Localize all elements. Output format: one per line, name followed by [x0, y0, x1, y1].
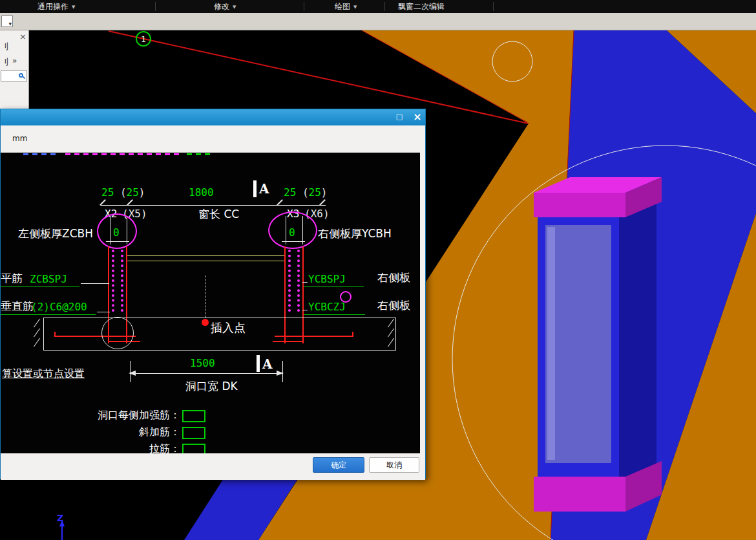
dim-left: 25 (25) — [101, 187, 145, 199]
opening-label: 洞口宽 DK — [185, 380, 238, 393]
leader-line — [97, 312, 110, 312]
form-input-diagonal[interactable] — [182, 427, 205, 439]
maximize-icon[interactable]: □ — [394, 112, 404, 122]
link-underline — [304, 314, 365, 315]
menu-label: 修改 — [214, 2, 229, 11]
highlight-ellipse-right — [268, 211, 317, 249]
insertion-point-label: 插入点 — [209, 321, 247, 334]
rebar-dots — [112, 250, 114, 312]
rebar-dots — [297, 250, 300, 312]
dialog-header-strip: mm — [1, 125, 425, 153]
chevron-down-icon: ▼ — [233, 5, 236, 10]
menu-separator — [493, 2, 494, 11]
lintel-line — [127, 255, 284, 256]
window-glass — [545, 225, 611, 463]
section-marker-bar — [253, 180, 257, 197]
span-label: 窗长 CC — [198, 208, 239, 221]
clipped-label: 刂 — [1, 41, 9, 52]
panel-close-icon[interactable]: × — [19, 32, 26, 41]
dialog-titlebar[interactable]: □ × — [1, 109, 425, 125]
link-underline — [1, 286, 79, 287]
form-label-diagonal: 斜加筋： — [1, 426, 180, 438]
menu-item-general[interactable]: 通用操作▼ — [37, 0, 75, 13]
left-rebar1-code[interactable]: ZCBSPJ — [30, 274, 67, 285]
chevron-down-icon: ▼ — [72, 5, 75, 10]
section-marker-a-bottom: A — [262, 356, 273, 372]
right-rebar1-label: 右侧板 — [377, 272, 410, 284]
chevron-expand-icon[interactable]: » — [12, 56, 17, 65]
menu-bar: 通用操作▼ 修改▼ 绘图▼ 飘窗二次编辑 — [0, 0, 756, 13]
left-thickness-label: 左侧板厚ZCBH — [18, 228, 93, 240]
slab-rebar-hook — [352, 332, 353, 337]
menu-item-baywindow-edit[interactable]: 飘窗二次编辑 — [398, 0, 445, 13]
insertion-point-icon[interactable] — [202, 319, 209, 326]
chevron-down-icon: ▼ — [353, 5, 357, 10]
clipped-text-remnant — [65, 153, 182, 155]
dialog-button-strip: 确定 取消 — [1, 453, 425, 480]
slab-bottom-line — [43, 350, 396, 351]
clipped-text-remnant — [23, 153, 59, 155]
right-wall-section — [284, 246, 304, 343]
dim-span: 1800 — [189, 187, 214, 199]
link-underline — [304, 286, 364, 287]
bottom-slab-front-face — [534, 477, 625, 512]
menu-label: 飘窗二次编辑 — [398, 2, 445, 11]
menu-label: 通用操作 — [37, 2, 68, 11]
form-input-tie[interactable] — [182, 444, 205, 453]
form-input-reinforce[interactable] — [182, 410, 205, 422]
node-settings-link[interactable]: 算设置或节点设置 — [2, 368, 85, 380]
section-marker-a-top: A — [259, 181, 269, 197]
dimension-line — [130, 373, 282, 374]
top-slab-front-face — [534, 193, 625, 217]
window-side-face — [619, 198, 656, 493]
close-icon[interactable]: × — [412, 111, 423, 124]
leader-line — [302, 282, 308, 283]
lintel-line — [127, 261, 284, 261]
dimension-line — [101, 205, 326, 206]
menu-separator — [155, 2, 156, 11]
hatch-mark — [34, 319, 40, 328]
hatch-mark — [34, 329, 40, 338]
dim-opening: 1500 — [190, 358, 215, 369]
link-underline — [1, 314, 96, 315]
leader-line — [81, 283, 109, 284]
toolbar: ▼ — [0, 13, 756, 30]
menu-item-modify[interactable]: 修改▼ — [214, 0, 236, 13]
center-axis-dashed-line — [205, 275, 205, 321]
bay-window-3d-object[interactable] — [534, 177, 662, 512]
dim-arrow-right — [277, 371, 284, 376]
detail-circle — [101, 317, 134, 349]
search-input[interactable] — [1, 70, 27, 81]
right-rebar2-code[interactable]: YCBCZJ — [308, 301, 346, 313]
left-rebar2-code[interactable]: (2)C6@200 — [31, 301, 87, 313]
highlight-circle-small — [340, 291, 352, 303]
slab-end-line — [395, 318, 396, 351]
form-label-tie: 拉筋： — [1, 443, 180, 453]
rebar-dots — [121, 250, 123, 312]
highlight-ellipse-left — [97, 213, 137, 249]
dim-arrow-left — [129, 371, 136, 376]
cancel-button[interactable]: 取消 — [369, 457, 419, 473]
marker-number: 1 — [141, 34, 146, 44]
slab-rebar-hook — [54, 332, 56, 337]
chevron-down-icon: ▼ — [8, 21, 12, 26]
sidebar-panel: × 刂 刂 » — [0, 30, 29, 109]
hatch-mark — [34, 338, 40, 347]
form-label-reinforce: 洞口每侧加强筋： — [1, 409, 180, 421]
rebar-dots — [288, 250, 291, 312]
hatch-mark — [388, 338, 394, 347]
clipped-label: 刂 — [1, 56, 9, 68]
hatch-mark — [388, 319, 394, 328]
menu-label: 绘图 — [335, 2, 350, 11]
slab-rebar-line — [273, 341, 304, 342]
layer-combo-box[interactable]: ▼ — [1, 16, 13, 27]
slab-rebar-line — [275, 336, 353, 337]
menu-separator — [304, 2, 304, 11]
ok-button[interactable]: 确定 — [313, 457, 364, 473]
right-rebar1-code[interactable]: YCBSPJ — [308, 274, 346, 285]
section-marker-bar — [257, 355, 260, 372]
clipped-text-remnant — [187, 153, 214, 155]
leader-line — [302, 310, 308, 310]
menu-item-draw[interactable]: 绘图▼ — [335, 0, 357, 13]
hatch-mark — [388, 329, 394, 338]
